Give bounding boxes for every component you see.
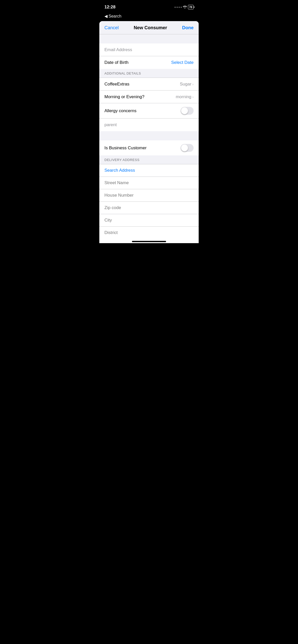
back-label: Search — [109, 14, 121, 19]
delivery-address-header: DELIVERY ADDRESS — [99, 155, 199, 164]
allergy-toggle[interactable] — [181, 107, 194, 115]
search-address-row[interactable]: Search Address — [99, 164, 199, 177]
morning-evening-label: Morning or Evening? — [104, 94, 144, 99]
middle-spacer — [99, 131, 199, 140]
signal-dots — [174, 7, 182, 8]
morning-evening-value: morning — [176, 94, 191, 99]
signal-dot-3 — [179, 7, 180, 8]
status-right: 78 — [174, 5, 194, 9]
additional-details-header: ADDITIONAL DETAILS — [99, 69, 199, 78]
page-title: New Consumer — [134, 25, 167, 31]
business-customer-label: Is Business Customer — [104, 145, 146, 151]
wifi-icon — [183, 5, 187, 9]
city-input[interactable] — [104, 218, 194, 223]
additional-details-label: ADDITIONAL DETAILS — [104, 71, 141, 75]
scroll-content[interactable]: Email Address Date of Birth Select Date … — [99, 34, 199, 243]
allergy-concerns-label: Allergy concerns — [104, 108, 137, 113]
business-toggle[interactable] — [181, 144, 194, 152]
morning-evening-row[interactable]: Morning or Evening? morning › — [99, 91, 199, 103]
district-input[interactable] — [104, 230, 194, 235]
status-bar: 12:28 78 — [99, 0, 199, 13]
back-arrow-icon: ◀ — [104, 14, 107, 19]
toggle-knob — [181, 107, 188, 114]
content-area: Cancel New Consumer Done Email Address D… — [99, 21, 199, 243]
parent-row[interactable]: parent — [99, 119, 199, 131]
signal-dot-2 — [177, 7, 178, 8]
date-of-birth-row[interactable]: Date of Birth Select Date — [99, 56, 199, 69]
email-placeholder: Email Address — [104, 47, 132, 52]
business-customer-row[interactable]: Is Business Customer — [99, 140, 199, 155]
street-name-row[interactable] — [99, 177, 199, 189]
top-spacer — [99, 34, 199, 43]
district-row[interactable] — [99, 227, 199, 239]
back-navigation[interactable]: ◀ Search — [99, 13, 199, 21]
search-address-text[interactable]: Search Address — [104, 168, 135, 173]
coffee-extras-value: Sugar — [180, 82, 191, 87]
delivery-address-section: Search Address — [99, 164, 199, 239]
zip-code-input[interactable] — [104, 205, 194, 210]
business-toggle-knob — [181, 144, 188, 151]
coffee-extras-row[interactable]: CoffeeExtras Sugar › — [99, 78, 199, 91]
home-bar — [132, 241, 166, 242]
parent-placeholder: parent — [104, 122, 117, 127]
house-number-row[interactable] — [99, 189, 199, 202]
date-of-birth-label: Date of Birth — [104, 60, 129, 65]
home-indicator — [99, 239, 199, 243]
business-section: Is Business Customer — [99, 140, 199, 155]
zip-code-row[interactable] — [99, 202, 199, 214]
city-row[interactable] — [99, 214, 199, 227]
coffee-extras-label: CoffeeExtras — [104, 82, 129, 87]
status-time: 12:28 — [104, 5, 115, 10]
status-left: 12:28 — [104, 5, 115, 10]
cancel-button[interactable]: Cancel — [104, 25, 119, 31]
basic-info-section: Email Address Date of Birth Select Date — [99, 43, 199, 69]
nav-bar: Cancel New Consumer Done — [99, 21, 199, 34]
morning-evening-value-container: morning › — [176, 94, 194, 99]
done-button[interactable]: Done — [182, 25, 194, 31]
delivery-address-label: DELIVERY ADDRESS — [104, 158, 140, 162]
chevron-right-icon-2: › — [192, 95, 194, 99]
chevron-right-icon: › — [192, 82, 194, 86]
street-name-input[interactable] — [104, 180, 194, 185]
signal-dot-1 — [174, 7, 176, 8]
house-number-input[interactable] — [104, 193, 194, 198]
battery-indicator: 78 — [188, 5, 194, 9]
select-date-button[interactable]: Select Date — [171, 60, 194, 65]
coffee-extras-value-container: Sugar › — [180, 82, 194, 87]
signal-dot-4 — [181, 7, 182, 8]
allergy-concerns-row[interactable]: Allergy concerns — [99, 103, 199, 119]
phone-frame: 12:28 78 ◀ Search Ca — [99, 0, 199, 243]
additional-details-section: CoffeeExtras Sugar › Morning or Evening?… — [99, 78, 199, 131]
email-row[interactable]: Email Address — [99, 43, 199, 56]
